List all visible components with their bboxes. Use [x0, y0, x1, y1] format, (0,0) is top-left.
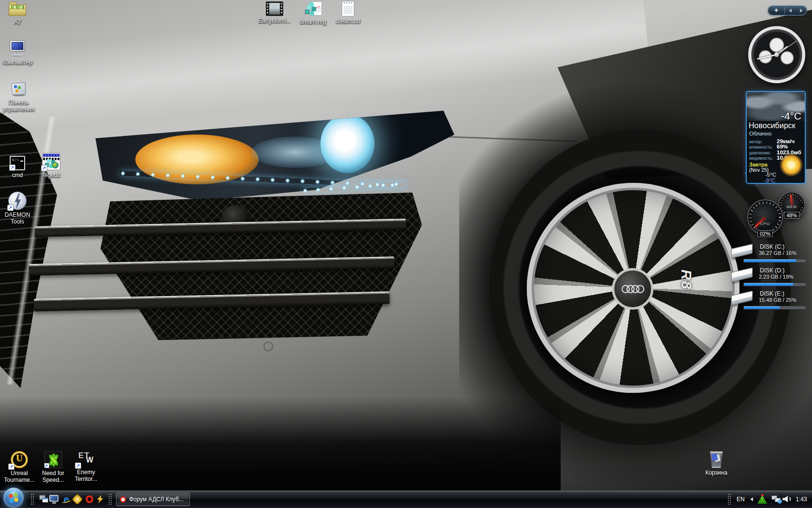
- drive-icon: [731, 244, 753, 259]
- text-file-icon: [342, 1, 354, 16]
- disk-meter-d[interactable]: DISK (D:) 2.23 GB / 19%: [730, 267, 812, 289]
- desktop-icon-label: Корзина: [705, 469, 727, 476]
- weather-row-label: влажность:: [749, 144, 777, 149]
- gadget-control-pill: +: [768, 5, 807, 15]
- forecast-high: -5°C: [765, 172, 776, 178]
- taskbar-grip[interactable]: [108, 493, 112, 505]
- desktop-icon-control-panel[interactable]: Панель управления: [0, 81, 37, 113]
- disk-usage-bar: [743, 283, 806, 286]
- disk-detail: 2.23 GB / 19%: [759, 274, 812, 280]
- disk-usage-bar: [743, 306, 806, 310]
- disk-meter-c[interactable]: DISK (C:) 36.27 GB / 16%: [730, 243, 812, 266]
- weather-condition: Облачно: [749, 131, 772, 136]
- sun-icon: [780, 153, 803, 177]
- desktop-icon-cmd[interactable]: C:\ ↗ cmd: [0, 156, 35, 179]
- disk-detail: 36.27 GB / 16%: [759, 250, 812, 256]
- current-temperature: -4°C: [781, 110, 801, 122]
- video-file-icon: [266, 1, 283, 16]
- daemon-tools-icon: ↗: [8, 192, 27, 210]
- desktop-icon-label: Unreal Tourname...: [1, 470, 38, 483]
- disk-name: DISK (C:): [760, 243, 812, 250]
- chevron-right-icon: [800, 9, 803, 13]
- disk-usage-bar: [743, 259, 806, 263]
- disk-name: DISK (D:): [760, 267, 812, 274]
- desktop-icon-label: Компьютер: [2, 59, 32, 66]
- desktop-icon-label: regedit: [43, 172, 60, 179]
- clock-gadget[interactable]: [748, 26, 805, 83]
- task-button-opera-forum[interactable]: Форум АДСЛ Клуб...: [116, 493, 190, 506]
- mem-label: MEM: [779, 205, 804, 209]
- desktop-icon-dream-reg[interactable]: dream.reg: [293, 0, 332, 25]
- tray-app-icon[interactable]: [757, 494, 768, 504]
- weather-row-label: ветер:: [749, 139, 777, 144]
- gold-app-icon[interactable]: [72, 494, 83, 505]
- disk-name: DISK (E:): [760, 290, 812, 297]
- desktop-icon-label: cmd: [12, 172, 23, 179]
- drive-icon: [731, 268, 753, 283]
- quick-launch-grip[interactable]: [30, 493, 34, 505]
- clock-subdial: [781, 51, 794, 64]
- desktop-icon-label: Enemy Territor...: [68, 469, 104, 482]
- cpu-gauge[interactable]: CPU 02%: [747, 199, 783, 235]
- weather-gadget[interactable]: -4°C Новосибирск Облачно ветер:29км/ч вл…: [746, 91, 806, 184]
- desktop-icon-computer[interactable]: Компьютер: [0, 40, 35, 66]
- desktop-icon-enemy-territory[interactable]: ET W ↗ Enemy Territor...: [68, 451, 104, 482]
- control-panel-icon: [9, 81, 28, 98]
- shortcut-arrow-icon: ↗: [8, 463, 14, 470]
- desktop-icon-label: EarlyMorni...: [258, 17, 290, 24]
- show-desktop-icon[interactable]: [39, 494, 49, 505]
- desktop: R8 A7 Компьютер Панель управления C:\ ↗ …: [0, 0, 812, 508]
- desktop-icon-dream-txt[interactable]: dream.txt: [329, 1, 367, 25]
- shortcut-arrow-icon: ↗: [41, 165, 47, 171]
- weather-row-label: давление:: [749, 150, 777, 155]
- cpu-label: CPU: [748, 222, 782, 226]
- volume-icon[interactable]: [783, 495, 791, 503]
- language-indicator[interactable]: EN: [737, 496, 745, 503]
- next-gadget-button[interactable]: [796, 9, 807, 13]
- shortcut-arrow-icon: ↗: [7, 205, 14, 211]
- prev-gadget-button[interactable]: [785, 9, 796, 13]
- shortcut-arrow-icon: ↗: [9, 164, 15, 171]
- start-button[interactable]: [3, 488, 24, 508]
- disk-detail: 15.48 GB / 25%: [759, 297, 812, 303]
- disk-usage-fill: [744, 306, 780, 309]
- desktop-icon-a7[interactable]: A7: [0, 1, 35, 26]
- collapse-tray-icon[interactable]: [750, 497, 753, 501]
- tray-grip[interactable]: [727, 493, 731, 505]
- chevron-left-icon: [789, 9, 792, 13]
- tray-clock[interactable]: 1:43: [792, 496, 811, 503]
- desktop-icon-label: DAEMON Tools: [0, 211, 35, 225]
- drive-icon: [731, 291, 753, 306]
- computer-icon: [8, 40, 27, 58]
- network-icon[interactable]: [771, 495, 783, 504]
- winamp-icon[interactable]: [95, 494, 105, 505]
- desktop-icon-recycle-bin[interactable]: Корзина: [698, 451, 735, 476]
- shortcut-arrow-icon: ↗: [75, 463, 81, 469]
- clock-center-pin: [774, 52, 779, 57]
- windows-flag-icon: [9, 493, 18, 503]
- window-switcher-icon[interactable]: [49, 494, 59, 505]
- cpu-value: 02%: [757, 230, 773, 237]
- disk-usage-fill: [744, 283, 793, 286]
- desktop-icon-label: dream.reg: [300, 18, 326, 25]
- opera-icon[interactable]: [84, 494, 95, 505]
- disk-meter-e[interactable]: DISK (E:) 15.48 GB / 25%: [730, 290, 812, 313]
- weather-row-value: 69%: [777, 144, 788, 149]
- desktop-icon-nfs[interactable]: ↗ Need for Speed...: [35, 451, 72, 483]
- internet-explorer-icon[interactable]: e: [61, 494, 72, 505]
- desktop-icon-earlymorning[interactable]: EarlyMorni...: [255, 1, 294, 24]
- wallpaper-bumper-ring: [263, 342, 273, 351]
- desktop-icon-unreal[interactable]: U ↗ Unreal Tourname...: [1, 451, 38, 483]
- desktop-icon-label: Need for Speed...: [35, 470, 72, 483]
- cmd-icon: C:\ ↗: [10, 156, 25, 170]
- desktop-icon-regedit[interactable]: ↗ regedit: [34, 153, 69, 179]
- wallpaper-r8-badge: R8: [678, 269, 695, 300]
- disk-usage-fill: [744, 259, 796, 262]
- desktop-icon-label: A7: [14, 19, 21, 26]
- add-gadget-button[interactable]: +: [768, 6, 784, 15]
- desktop-icon-daemon-tools[interactable]: ↗ DAEMON Tools: [0, 192, 35, 225]
- shortcut-arrow-icon: ↗: [44, 463, 49, 468]
- folder-icon: [7, 1, 28, 17]
- registry-file-icon: [303, 0, 322, 17]
- enemy-territory-icon: ET W ↗: [76, 451, 96, 467]
